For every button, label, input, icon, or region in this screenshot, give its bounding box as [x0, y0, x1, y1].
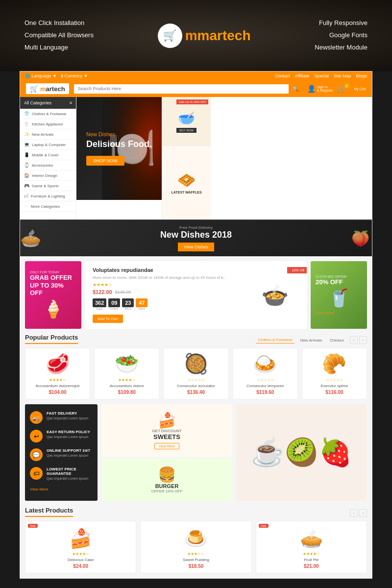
contact-link[interactable]: Contact [275, 74, 290, 78]
buy-now-button[interactable]: BUY NOW [176, 128, 196, 133]
tab-clothes[interactable]: Clothes & Footwear [256, 337, 294, 343]
cart-button[interactable]: 🛒 0 My Cart [337, 85, 367, 93]
hours-num: 09 [108, 298, 120, 307]
secs-label: Secs [136, 307, 147, 310]
feature-text-support: ONLINE SUPPORT 24/7 Qas Imperdet Lorem I… [47, 448, 90, 458]
sidebar-item-new-arrivals[interactable]: ✨ New Arrivals [20, 129, 76, 140]
burger-icon: 🍔 [158, 466, 176, 483]
logo-container: 🛒 mmartech [158, 24, 251, 48]
view-more-sweets-button[interactable]: View More [154, 443, 179, 449]
latest-next-arrow[interactable]: › [359, 509, 367, 517]
product-card-5: 🥐 ☆☆☆☆☆ Executur optme $116.00 [302, 348, 367, 399]
offer-section: ONLY FOR TODAY GRAB OFFER UP TO 30% OFF … [20, 256, 372, 578]
shop-now-button[interactable]: SHOP NOW [86, 156, 124, 166]
sale-badge: Sale Up To 30% OFF [176, 99, 208, 104]
sidebar-item-games[interactable]: 🎮 Game & Sports [20, 181, 76, 191]
tab-chicken[interactable]: Chicken [328, 337, 346, 343]
sidebar-label: Laptop & Computer [32, 143, 66, 147]
chevron-right-icon: › [71, 112, 72, 116]
offer-green-small: CLOTH BIG OFFER [316, 275, 362, 278]
topbar-left: 🌐 Language ▼ $ Currency ▼ [25, 74, 88, 78]
latest-prev-arrow[interactable]: ‹ [350, 509, 358, 517]
side-banner-sale: Sale Up To 30% OFF 🥣 BUY NOW [162, 97, 211, 146]
affiliate-link[interactable]: Affiliate [295, 74, 309, 78]
cart-badge: 0 [344, 83, 350, 89]
prev-arrow[interactable]: ‹ [350, 336, 358, 344]
offer-card-pink: ONLY FOR TODAY GRAB OFFER UP TO 30% OFF … [25, 261, 81, 329]
header-icons: 👤 Sign In& Register 🛒 0 My Cart [307, 85, 366, 93]
promo-title: New Dishes 2018 [160, 230, 232, 240]
offer-food-image: 🍲 [250, 267, 299, 323]
hours-label: Hours [108, 307, 120, 310]
sidebar-label: Kitchen Appliance [32, 122, 63, 126]
offer-pink-big: GRAB OFFER UP TO 30% OFF [30, 274, 76, 297]
latest-price-1: $24.00 [29, 564, 132, 569]
kitchen-icon: 🍴 [24, 122, 29, 126]
search-input[interactable] [74, 84, 289, 93]
feature-text-delivery: FAST DELIVERY Qas Imperdet Lorem Ipsum [47, 411, 88, 421]
price-now: $122.00 [93, 289, 112, 295]
language-dropdown[interactable]: 🌐 Language ▼ [25, 74, 57, 78]
logo-text: mmartech [185, 28, 251, 44]
special-link[interactable]: Special [314, 74, 329, 78]
latest-title-3: Fruit Pie [260, 558, 363, 562]
mins-num: 23 [122, 298, 134, 307]
side-banners: Sale Up To 30% OFF 🥣 BUY NOW 🧇 LATEST WA… [162, 97, 211, 220]
view-dishes-button[interactable]: View Dishes [178, 243, 214, 251]
sidebar-item-clothes[interactable]: 👕 Clothes & Footwear › [20, 109, 76, 119]
latest-title-1: Delicious Cake [29, 558, 132, 562]
view-more-green-link[interactable]: View More [316, 311, 362, 315]
store-logo[interactable]: 🛒 martech [26, 83, 69, 94]
burger-card: 🍔 BURGER OFFER 10% OFF [101, 459, 232, 501]
product-img-1: 🥩 [29, 352, 86, 375]
offer-card-green: CLOTH BIG OFFER 20% OFF 🥤 View More [311, 261, 367, 329]
sidebar-item-more[interactable]: ⋯ More Categories [20, 201, 76, 212]
offer-green-big: 20% OFF [316, 278, 362, 286]
price-icon: 🏷 [30, 467, 43, 480]
products-grid: 🥩 ★★★★☆ Accusantium doloremque $104.00 🥗… [25, 348, 367, 399]
offer-card-main: 10% Off Voluptates repudiandae More room… [85, 261, 307, 329]
sidebar-item-kitchen[interactable]: 🍴 Kitchen Appliance [20, 119, 76, 129]
offer-pink-small: ONLY FOR TODAY [30, 270, 76, 274]
waffles-label: LATEST WAFFLES [171, 191, 201, 194]
product-title-5: Executur optme [306, 384, 363, 388]
product-rating-4: ☆☆☆☆☆ [237, 378, 294, 382]
banner-subtitle: New Dishes [86, 131, 152, 137]
sidebar-item-laptop[interactable]: 💻 Laptop & Computer [20, 140, 76, 150]
blogs-link[interactable]: Blogs [356, 74, 367, 78]
product-desc: More room to move. With 32GB or 16GB of … [93, 275, 245, 280]
return-icon: ↩ [30, 430, 43, 442]
search-button[interactable]: 🔍 [289, 84, 302, 94]
discount-title: SWEETS [153, 433, 180, 441]
price-was: $145.00 [115, 290, 131, 294]
delivery-icon: 🚚 [30, 411, 43, 424]
sidebar-label: New Arrivals [32, 132, 53, 137]
secs-num: 47 [136, 298, 147, 307]
latest-header: Latest Products ‹ › [25, 507, 367, 517]
clothes-icon: 👕 [24, 111, 29, 116]
latest-img-1: 🍰 [29, 528, 132, 549]
product-title-4: Consecutur tempores [237, 384, 294, 388]
next-arrow[interactable]: › [359, 336, 367, 344]
feature-text-price: LOWEST PRICE GUARANTEE Qas Imperdet Lore… [47, 467, 93, 481]
sidebar-item-mobile[interactable]: 📱 Mobile & Cover [20, 150, 76, 160]
banner-area: 🍽️ New Dishes Delisious Food. SHOP NOW S… [76, 97, 372, 220]
sidebar-item-interior[interactable]: 🏠 Interior Design [20, 171, 76, 181]
sign-in-button[interactable]: 👤 Sign In& Register [307, 85, 333, 93]
product-rating-3: ☆☆☆☆☆ [168, 378, 224, 382]
sidebar-item-accessories[interactable]: ⌚ Accessories [20, 160, 76, 171]
latest-title-2: Sweet Pudding [145, 558, 247, 562]
product-rating-2: ★★★★☆ [98, 378, 155, 382]
latest-sale-badge-3: Sale [259, 524, 269, 528]
add-to-cart-button[interactable]: Add To Cart [93, 315, 123, 323]
view-more-features-link[interactable]: View More [30, 487, 93, 491]
product-stars: ★★★★☆ [93, 282, 245, 287]
latest-price-3: $21.00 [260, 564, 363, 569]
currency-dropdown[interactable]: $ Currency ▼ [61, 74, 88, 78]
tab-new-arrivals[interactable]: New Arrivals [298, 337, 324, 343]
feature-item-support: 💬 ONLINE SUPPORT 24/7 Qas Imperdet Lorem… [30, 448, 93, 461]
sidebar-item-furniture[interactable]: 🛋 Furniture & Lighting [20, 191, 76, 201]
days-num: 362 [93, 298, 106, 307]
sitemap-link[interactable]: Site Map [334, 74, 351, 78]
popular-header: Popular Products Clothes & Footwear New … [25, 334, 367, 344]
